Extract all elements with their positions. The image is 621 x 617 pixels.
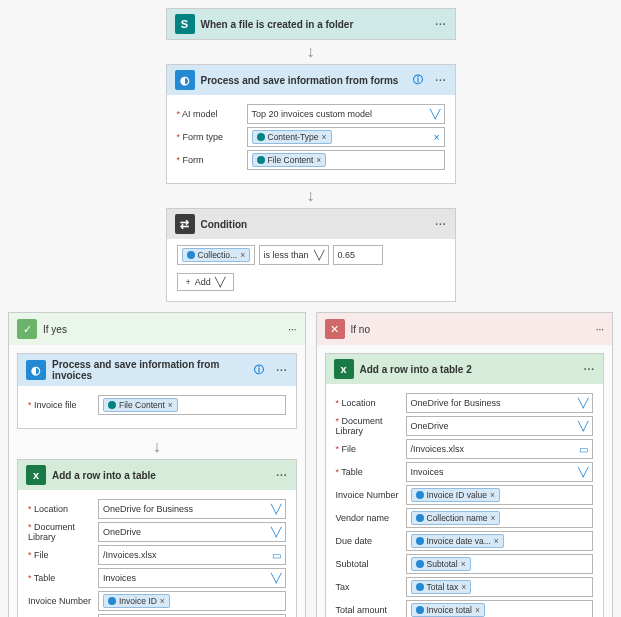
if-yes-label: If yes: [43, 324, 67, 335]
excel-icon: x: [334, 359, 354, 379]
plus-icon: +: [186, 277, 191, 287]
trigger-title: When a file is created in a folder: [201, 19, 430, 30]
location-select[interactable]: OneDrive for Business╲╱: [406, 393, 594, 413]
condition-menu[interactable]: ···: [435, 219, 446, 230]
trigger-menu[interactable]: ···: [435, 19, 446, 30]
location-label: Location: [336, 398, 406, 408]
invoice-number-label: Invoice Number: [28, 596, 98, 606]
process-forms-menu[interactable]: ···: [435, 75, 446, 86]
token-remove-icon: ×: [322, 132, 327, 142]
form-label: Form: [177, 155, 247, 165]
location-select[interactable]: OneDrive for Business╲╱: [98, 499, 286, 519]
arrow-icon: ↓: [307, 187, 315, 205]
ai-model-label: AI model: [177, 109, 247, 119]
add-row-2-menu[interactable]: ···: [584, 364, 595, 375]
if-no-branch: ✕ If no ··· x Add a row into a table 2 ·…: [316, 312, 614, 617]
invoice-file-field[interactable]: File Content×: [98, 395, 286, 415]
token-remove-icon: ×: [316, 155, 321, 165]
ai-model-select[interactable]: Top 20 invoices custom model ╲╱: [247, 104, 445, 124]
invoice-file-label: Invoice file: [28, 400, 98, 410]
info-icon[interactable]: ⓘ: [413, 73, 423, 87]
doclib-label: Document Library: [28, 522, 98, 542]
chevron-down-icon: ╲╱: [578, 421, 588, 431]
due-date-label: Due date: [336, 536, 406, 546]
clear-icon[interactable]: ×: [434, 132, 440, 143]
subtotal-field[interactable]: Subtotal×: [406, 554, 594, 574]
condition-value-input[interactable]: 0.65: [333, 245, 383, 265]
chevron-down-icon: ╲╱: [578, 467, 588, 477]
check-icon: ✓: [17, 319, 37, 339]
chevron-down-icon: ╲╱: [271, 527, 281, 537]
chevron-down-icon: ╲╱: [271, 573, 281, 583]
table-label: Table: [28, 573, 98, 583]
table-select[interactable]: Invoices╲╱: [406, 462, 594, 482]
condition-left-field[interactable]: Collectio...×: [177, 245, 255, 265]
add-row-1-card: x Add a row into a table ··· LocationOne…: [17, 459, 297, 617]
table-label: Table: [336, 467, 406, 477]
sharepoint-icon: S: [175, 14, 195, 34]
invoice-id-token: Invoice ID×: [103, 594, 170, 608]
chevron-down-icon: ╲╱: [578, 398, 588, 408]
ai-builder-icon: ◐: [175, 70, 195, 90]
total-field[interactable]: Invoice total×: [406, 600, 594, 617]
if-no-menu[interactable]: ···: [596, 324, 604, 335]
condition-card: ⇄ Condition ··· Collectio...× is less th…: [166, 208, 456, 302]
condition-add-button[interactable]: + Add ╲╱: [177, 273, 234, 291]
file-content-token[interactable]: File Content×: [103, 398, 178, 412]
process-forms-card: ◐ Process and save information from form…: [166, 64, 456, 184]
doclib-select[interactable]: OneDrive╲╱: [406, 416, 594, 436]
file-input[interactable]: /Invoices.xlsx▭: [406, 439, 594, 459]
table-select[interactable]: Invoices╲╱: [98, 568, 286, 588]
collection-token[interactable]: Collectio...×: [182, 248, 251, 262]
arrow-icon: ↓: [307, 43, 315, 61]
invoice-number-field[interactable]: Invoice ID×: [98, 591, 286, 611]
tax-field[interactable]: Total tax×: [406, 577, 594, 597]
chevron-down-icon: ╲╱: [430, 109, 440, 119]
if-yes-branch: ✓ If yes ··· ◐ Process and save informat…: [8, 312, 306, 617]
file-label: File: [336, 444, 406, 454]
condition-operator-select[interactable]: is less than ╲╱: [259, 245, 329, 265]
form-type-field[interactable]: Content-Type× ×: [247, 127, 445, 147]
trigger-card[interactable]: S When a file is created in a folder ···: [166, 8, 456, 40]
vendor-name-label: Vendor name: [336, 513, 406, 523]
folder-icon: ▭: [272, 550, 281, 561]
collection-name-token: Collection name×: [411, 511, 501, 525]
process-invoices-title: Process and save information from invoic…: [52, 359, 248, 381]
form-type-label: Form type: [177, 132, 247, 142]
total-tax-token: Total tax×: [411, 580, 472, 594]
form-field[interactable]: File Content×: [247, 150, 445, 170]
condition-branches: ✓ If yes ··· ◐ Process and save informat…: [8, 312, 613, 617]
tax-label: Tax: [336, 582, 406, 592]
condition-icon: ⇄: [175, 214, 195, 234]
add-row-1-menu[interactable]: ···: [276, 470, 287, 481]
invoice-number-field[interactable]: Invoice ID value×: [406, 485, 594, 505]
if-yes-menu[interactable]: ···: [288, 324, 296, 335]
invoice-total-token: Invoice total×: [411, 603, 485, 617]
doclib-label: Document Library: [336, 416, 406, 436]
if-no-label: If no: [351, 324, 370, 335]
subtotal-token: Subtotal×: [411, 557, 471, 571]
chevron-down-icon: ╲╱: [314, 250, 324, 260]
chevron-down-icon: ╲╱: [215, 277, 225, 287]
invoice-number-label: Invoice Number: [336, 490, 406, 500]
invoice-id-value-token: Invoice ID value×: [411, 488, 500, 502]
folder-icon: ▭: [579, 444, 588, 455]
doclib-select[interactable]: OneDrive╲╱: [98, 522, 286, 542]
file-input[interactable]: /Invoices.xlsx▭: [98, 545, 286, 565]
total-label: Total amount: [336, 605, 406, 615]
add-row-2-title: Add a row into a table 2: [360, 364, 578, 375]
due-date-field[interactable]: Invoice date va...×: [406, 531, 594, 551]
file-content-token[interactable]: File Content×: [252, 153, 327, 167]
info-icon[interactable]: ⓘ: [254, 363, 264, 377]
process-invoices-menu[interactable]: ···: [276, 365, 287, 376]
location-label: Location: [28, 504, 98, 514]
excel-icon: x: [26, 465, 46, 485]
flow-canvas: S When a file is created in a folder ···…: [8, 8, 613, 302]
vendor-name-field[interactable]: Collection name×: [406, 508, 594, 528]
process-forms-title: Process and save information from forms: [201, 75, 408, 86]
process-invoices-card: ◐ Process and save information from invo…: [17, 353, 297, 429]
content-type-token[interactable]: Content-Type×: [252, 130, 332, 144]
file-label: File: [28, 550, 98, 560]
arrow-icon: ↓: [153, 438, 161, 456]
condition-title: Condition: [201, 219, 430, 230]
